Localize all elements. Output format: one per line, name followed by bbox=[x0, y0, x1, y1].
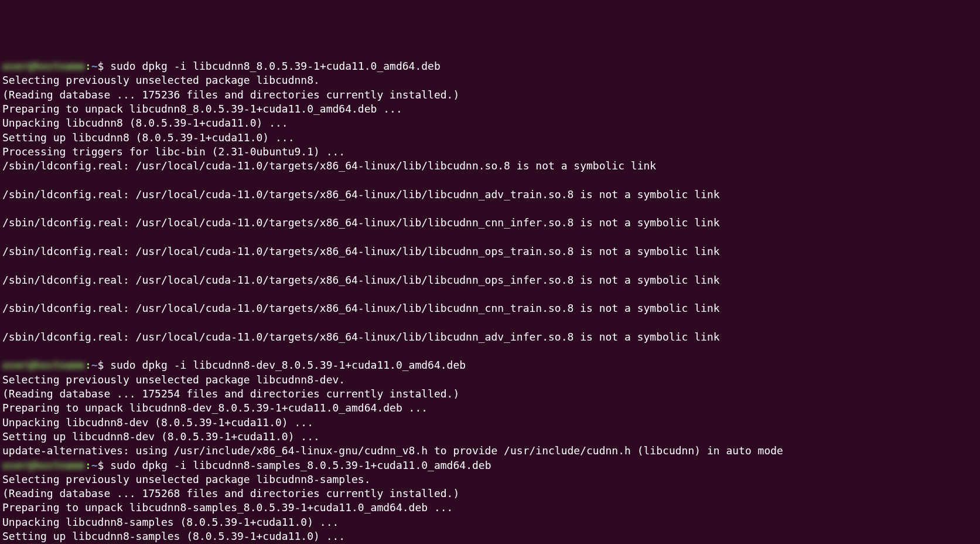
output-line: (Reading database ... 175268 files and d… bbox=[2, 487, 978, 501]
output-line bbox=[2, 202, 978, 216]
prompt-separator: : bbox=[85, 459, 91, 471]
command-input-1: sudo dpkg -i libcudnn8_8.0.5.39-1+cuda11… bbox=[110, 60, 441, 72]
output-line: Selecting previously unselected package … bbox=[2, 472, 978, 487]
output-line: /sbin/ldconfig.real: /usr/local/cuda-11.… bbox=[2, 216, 978, 230]
command-input-2: sudo dpkg -i libcudnn8-dev_8.0.5.39-1+cu… bbox=[110, 359, 466, 371]
output-line: Preparing to unpack libcudnn8-samples_8.… bbox=[2, 501, 978, 515]
prompt-dollar: $ bbox=[98, 359, 104, 371]
prompt-line-2: user@hostname:~$ sudo dpkg -i libcudnn8-… bbox=[2, 358, 978, 372]
terminal-window[interactable]: user@hostname:~$ sudo dpkg -i libcudnn8_… bbox=[2, 59, 978, 544]
prompt-separator: : bbox=[85, 359, 91, 371]
output-line: Setting up libcudnn8-samples (8.0.5.39-1… bbox=[2, 529, 978, 543]
output-line bbox=[2, 174, 978, 188]
prompt-user-host: user@hostname bbox=[2, 459, 85, 471]
output-line: /sbin/ldconfig.real: /usr/local/cuda-11.… bbox=[2, 330, 978, 344]
output-line: /sbin/ldconfig.real: /usr/local/cuda-11.… bbox=[2, 188, 978, 202]
output-line: Setting up libcudnn8 (8.0.5.39-1+cuda11.… bbox=[2, 131, 978, 145]
output-line bbox=[2, 259, 978, 273]
prompt-user-host: user@hostname bbox=[2, 359, 85, 371]
prompt-line-3: user@hostname:~$ sudo dpkg -i libcudnn8-… bbox=[2, 458, 978, 472]
output-line: Processing triggers for libc-bin (2.31-0… bbox=[2, 145, 978, 159]
prompt-dollar: $ bbox=[98, 459, 104, 471]
output-line: (Reading database ... 175254 files and d… bbox=[2, 387, 978, 401]
prompt-path: ~ bbox=[91, 459, 98, 471]
output-line: /sbin/ldconfig.real: /usr/local/cuda-11.… bbox=[2, 273, 978, 287]
output-line: Preparing to unpack libcudnn8-dev_8.0.5.… bbox=[2, 401, 978, 415]
output-line: /sbin/ldconfig.real: /usr/local/cuda-11.… bbox=[2, 159, 978, 173]
output-line: Selecting previously unselected package … bbox=[2, 73, 978, 87]
output-line: Preparing to unpack libcudnn8_8.0.5.39-1… bbox=[2, 102, 978, 116]
output-line: update-alternatives: using /usr/include/… bbox=[2, 444, 978, 458]
output-line bbox=[2, 316, 978, 330]
command-input-3: sudo dpkg -i libcudnn8-samples_8.0.5.39-… bbox=[110, 459, 491, 471]
output-line: /sbin/ldconfig.real: /usr/local/cuda-11.… bbox=[2, 244, 978, 259]
prompt-path: ~ bbox=[91, 359, 98, 371]
output-line bbox=[2, 287, 978, 301]
prompt-line-1: user@hostname:~$ sudo dpkg -i libcudnn8_… bbox=[2, 59, 978, 73]
prompt-path: ~ bbox=[91, 60, 98, 72]
output-line: Unpacking libcudnn8-samples (8.0.5.39-1+… bbox=[2, 515, 978, 529]
output-line: Unpacking libcudnn8-dev (8.0.5.39-1+cuda… bbox=[2, 416, 978, 430]
prompt-dollar: $ bbox=[98, 60, 104, 72]
output-line bbox=[2, 230, 978, 244]
output-line: /sbin/ldconfig.real: /usr/local/cuda-11.… bbox=[2, 301, 978, 315]
prompt-separator: : bbox=[85, 60, 91, 72]
prompt-user-host: user@hostname bbox=[2, 60, 85, 72]
output-line: (Reading database ... 175236 files and d… bbox=[2, 88, 978, 102]
output-line: Unpacking libcudnn8 (8.0.5.39-1+cuda11.0… bbox=[2, 116, 978, 130]
output-line: Setting up libcudnn8-dev (8.0.5.39-1+cud… bbox=[2, 430, 978, 444]
output-line: Selecting previously unselected package … bbox=[2, 373, 978, 387]
output-line bbox=[2, 344, 978, 358]
